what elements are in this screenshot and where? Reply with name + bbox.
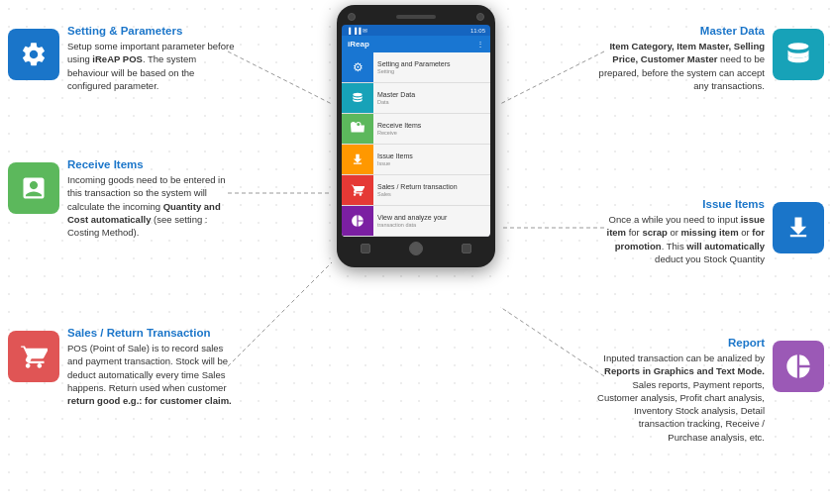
issue-title: Issue Items (596, 198, 765, 210)
setting-icon (8, 29, 59, 80)
phone-device: ▐ ▐▐ ✉ 11:05 iReap ⋮ ⚙ Setting and Para (337, 5, 495, 267)
phone-camera (348, 13, 356, 21)
sales-icon (8, 331, 59, 382)
menu-icon-master (342, 83, 373, 113)
menu-label-setting: Setting and ParametersSetting (373, 60, 455, 75)
app-bar-icons: ⋮ (476, 40, 484, 49)
app-title: iReap (348, 40, 369, 49)
status-time: 11:05 (470, 28, 485, 34)
menu-item-receive[interactable]: Receive ItemsReceive (342, 114, 490, 145)
menu-label-issue: Issue ItemsIssue (373, 152, 417, 167)
svg-line-2 (228, 262, 332, 366)
phone-screen: ▐ ▐▐ ✉ 11:05 iReap ⋮ ⚙ Setting and Para (342, 25, 490, 237)
setting-desc: Setup some important parameter before us… (67, 40, 236, 92)
phone-recents-btn[interactable] (462, 244, 471, 253)
phone-bottom-bar (342, 237, 490, 257)
phone-top-bar (342, 13, 490, 25)
phone-back-btn[interactable] (361, 244, 370, 253)
menu-item-master[interactable]: Master DataData (342, 83, 490, 114)
feature-issue: Issue Items Once a while you need to inp… (596, 198, 824, 265)
phone-camera-2 (476, 13, 484, 21)
setting-text: Setting & Parameters Setup some importan… (67, 25, 236, 92)
status-bar: ▐ ▐▐ ✉ 11:05 (342, 25, 490, 36)
svg-line-0 (228, 51, 332, 104)
menu-icon-report (342, 206, 373, 236)
issue-text: Issue Items Once a while you need to inp… (596, 198, 765, 265)
phone-speaker (396, 15, 436, 19)
report-text: Report Inputed transaction can be analiz… (596, 337, 765, 444)
menu-icon-sales (342, 175, 373, 205)
sales-desc: POS (Point of Sale) is to record sales a… (67, 342, 236, 407)
menu-item-setting[interactable]: ⚙ Setting and ParametersSetting (342, 52, 490, 83)
feature-master: Master Data Item Category, Item Master, … (596, 25, 824, 92)
sales-title: Sales / Return Transaction (67, 327, 236, 339)
menu-icon-issue (342, 145, 373, 174)
master-icon (773, 29, 824, 80)
status-icons: ▐ ▐▐ ✉ (347, 27, 367, 34)
master-title: Master Data (596, 25, 765, 37)
report-title: Report (596, 337, 765, 349)
report-desc: Inputed transaction can be analized by R… (596, 352, 765, 444)
sales-text: Sales / Return Transaction POS (Point of… (67, 327, 236, 407)
menu-label-sales: Sales / Return transactionSales (373, 183, 462, 198)
svg-point-6 (788, 43, 809, 50)
menu-item-issue[interactable]: Issue ItemsIssue (342, 145, 490, 175)
master-text: Master Data Item Category, Item Master, … (596, 25, 765, 92)
page-content: Setting & Parameters Setup some importan… (0, 0, 832, 504)
master-desc: Item Category, Item Master, Selling Pric… (596, 40, 765, 92)
feature-receive: Receive Items Incoming goods need to be … (8, 158, 236, 239)
menu-label-master: Master DataData (373, 91, 419, 106)
receive-desc: Incoming goods need to be entered in thi… (67, 173, 236, 239)
app-bar: iReap ⋮ (342, 36, 490, 52)
report-icon (773, 341, 824, 392)
svg-line-5 (500, 307, 604, 376)
svg-line-3 (500, 51, 604, 104)
setting-title: Setting & Parameters (67, 25, 236, 37)
issue-icon (773, 202, 824, 253)
svg-point-7 (353, 93, 362, 97)
menu-label-report: View and analyze yourtransaction data (373, 214, 451, 229)
feature-report: Report Inputed transaction can be analiz… (596, 337, 824, 444)
menu-label-receive: Receive ItemsReceive (373, 122, 425, 137)
issue-desc: Once a while you need to input issue ite… (596, 213, 765, 265)
menu-list: ⚙ Setting and ParametersSetting Master D… (342, 52, 490, 237)
feature-sales: Sales / Return Transaction POS (Point of… (8, 327, 236, 407)
phone-body: ▐ ▐▐ ✉ 11:05 iReap ⋮ ⚙ Setting and Para (337, 5, 495, 267)
receive-icon (8, 162, 59, 214)
receive-title: Receive Items (67, 158, 236, 170)
receive-text: Receive Items Incoming goods need to be … (67, 158, 236, 239)
phone-home-btn[interactable] (409, 242, 423, 255)
share-icon: ⋮ (476, 40, 484, 49)
menu-icon-receive (342, 114, 373, 144)
menu-item-sales[interactable]: Sales / Return transactionSales (342, 175, 490, 206)
menu-item-report[interactable]: View and analyze yourtransaction data (342, 206, 490, 237)
menu-icon-setting: ⚙ (342, 52, 373, 82)
feature-setting: Setting & Parameters Setup some importan… (8, 25, 236, 92)
